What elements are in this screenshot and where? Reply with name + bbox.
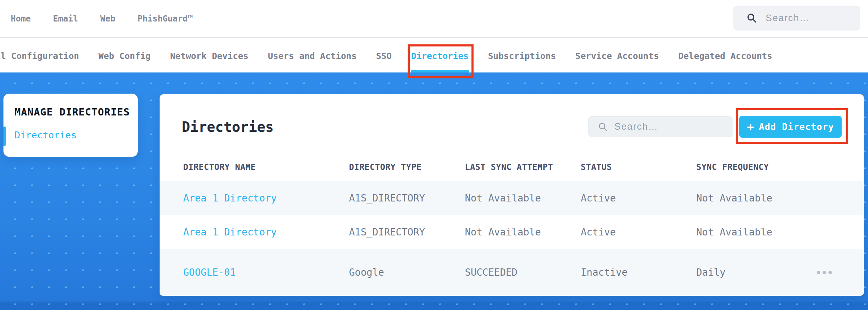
table-row: Area 1 Directory A1S_DIRECTORY Not Avail… [160, 181, 864, 215]
nav-item-home[interactable]: Home [11, 14, 31, 24]
nav-item-phishguard[interactable]: PhishGuard™ [137, 14, 193, 24]
tab-web-config[interactable]: Web Config [99, 39, 151, 72]
directory-type-cell: A1S_DIRECTORY [349, 192, 465, 204]
tab-label: Delegated Accounts [678, 51, 772, 61]
sidebar-item-directories[interactable]: Directories [15, 130, 131, 140]
directory-name-link[interactable]: GOOGLE-01 [183, 267, 236, 278]
tab-label: SSO [376, 51, 392, 61]
column-header: DIRECTORY NAME [183, 162, 349, 172]
top-navigation: HomeEmailWebPhishGuard™ [0, 0, 868, 38]
tab-label: Users and Actions [268, 51, 357, 61]
page-title: Directories [182, 119, 274, 135]
directories-search[interactable] [588, 116, 733, 137]
directory-type-cell: Google [349, 267, 465, 278]
active-item-indicator [3, 127, 6, 146]
card-header: Directories + Add Directory [160, 94, 864, 138]
row-menu-icon[interactable] [817, 271, 832, 274]
column-header: DIRECTORY TYPE [349, 162, 465, 172]
tab-directories[interactable]: Directories [411, 39, 469, 72]
nav-item-email[interactable]: Email [53, 14, 78, 24]
last-sync-cell: SUCCEEDED [465, 267, 581, 278]
column-header: STATUS [581, 162, 696, 172]
tab-label: Subscriptions [488, 51, 556, 61]
column-header: LAST SYNC ATTEMPT [465, 162, 581, 172]
tab-label: Web Config [99, 51, 151, 61]
add-directory-button[interactable]: + Add Directory [739, 116, 842, 138]
last-sync-cell: Not Available [465, 226, 581, 238]
tab-delegated-accounts[interactable]: Delegated Accounts [678, 39, 772, 72]
section-tabbar: l Configuration Web Config Network Devic… [0, 39, 868, 72]
tab-service-accounts[interactable]: Service Accounts [575, 39, 659, 72]
status-cell: Inactive [581, 267, 696, 278]
nav-item-web[interactable]: Web [100, 14, 115, 24]
directory-type-cell: A1S_DIRECTORY [349, 226, 465, 238]
manage-directories-card: MANAGE DIRECTORIES Directories [3, 94, 138, 157]
tab-users-and-actions[interactable]: Users and Actions [268, 39, 357, 72]
content-background: MANAGE DIRECTORIES Directories Directori… [0, 72, 868, 310]
search-icon [598, 122, 608, 132]
global-search-input[interactable] [766, 13, 842, 24]
tab-network-devices[interactable]: Network Devices [170, 39, 248, 72]
tab-label: l Configuration [1, 51, 79, 61]
sidebar-title: MANAGE DIRECTORIES [15, 106, 131, 118]
tab-subscriptions[interactable]: Subscriptions [488, 39, 556, 72]
tab-l-configuration[interactable]: l Configuration [1, 39, 79, 72]
directories-card: Directories + Add Directory DIRECTORY NA… [160, 94, 864, 296]
table-row: Area 1 Directory A1S_DIRECTORY Not Avail… [160, 215, 864, 249]
global-search[interactable] [733, 6, 860, 31]
add-directory-label: Add Directory [759, 122, 834, 132]
directories-search-input[interactable] [614, 121, 712, 132]
table-row: GOOGLE-01 Google SUCCEEDED Inactive Dail… [160, 249, 864, 296]
tab-label: Service Accounts [575, 51, 659, 61]
tab-label: Network Devices [170, 51, 248, 61]
column-header: SYNC FREQUENCY [696, 162, 817, 172]
sync-frequency-cell: Not Available [696, 192, 817, 204]
status-cell: Active [581, 192, 696, 204]
annotation-box [408, 44, 474, 78]
plus-icon: + [747, 121, 754, 133]
directory-name-link[interactable]: Area 1 Directory [183, 226, 277, 238]
tab-sso[interactable]: SSO [376, 39, 392, 72]
directory-name-link[interactable]: Area 1 Directory [183, 192, 277, 204]
sync-frequency-cell: Daily [696, 267, 817, 278]
table-header-row: DIRECTORY NAMEDIRECTORY TYPELAST SYNC AT… [160, 138, 864, 181]
last-sync-cell: Not Available [465, 192, 581, 204]
sync-frequency-cell: Not Available [696, 226, 817, 238]
search-icon [746, 12, 757, 24]
status-cell: Active [581, 226, 696, 238]
